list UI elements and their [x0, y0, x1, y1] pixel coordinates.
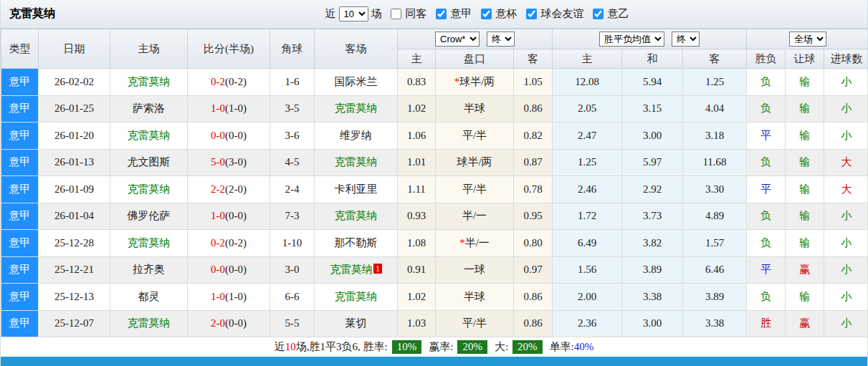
league-checkbox-serie-b[interactable] — [593, 9, 604, 19]
away-team-cell: 那不勒斯 — [315, 230, 398, 257]
home-team-cell: 佛罗伦萨 — [110, 203, 188, 230]
score-cell: 0-0(0-0) — [188, 122, 270, 150]
avg-odds-away: 1.25 — [683, 69, 747, 96]
goals-result: 小 — [824, 203, 868, 230]
league-checkbox-italy-cup[interactable] — [481, 9, 492, 19]
home-team-cell: 萨索洛 — [110, 95, 188, 122]
goals-result: 小 — [824, 230, 868, 257]
match-count-select[interactable]: 10 — [339, 6, 368, 21]
avg-odds-draw: 3.00 — [622, 310, 683, 337]
handicap-result: 输 — [786, 203, 824, 230]
handicap-odds-home: 0.93 — [398, 203, 436, 230]
bookmaker-time-select[interactable]: 终 — [487, 32, 515, 47]
fulltime-score: 2-2 — [211, 183, 225, 195]
home-team[interactable]: 都灵 — [138, 291, 160, 302]
home-team[interactable]: 拉齐奥 — [133, 264, 165, 275]
handicap-result: 输 — [786, 230, 824, 257]
home-team[interactable]: 克雷莫纳 — [128, 76, 171, 87]
away-team[interactable]: 克雷莫纳 — [335, 291, 378, 302]
home-team-cell: 克雷莫纳 — [110, 122, 188, 150]
halftime-score: (0-0) — [225, 264, 247, 275]
corner-count: 2-4 — [270, 176, 315, 203]
win-draw-loss-result: 平 — [747, 176, 786, 203]
table-row: 意甲 25-12-28 克雷莫纳 0-2(0-2) 1-10 那不勒斯 1.08… — [1, 230, 868, 257]
average-odds-select-group: 胜平负均值 终 — [553, 29, 747, 49]
scope-select[interactable]: 全场 — [789, 32, 826, 47]
home-team[interactable]: 佛罗伦萨 — [128, 210, 171, 221]
same-away-checkbox[interactable] — [391, 9, 401, 19]
home-team[interactable]: 尤文图斯 — [128, 156, 171, 168]
away-team[interactable]: 卡利亚里 — [335, 183, 378, 195]
home-team[interactable]: 克雷莫纳 — [128, 317, 171, 329]
win-draw-loss-result: 负 — [747, 203, 786, 230]
away-team[interactable]: 克雷莫纳 — [335, 210, 378, 221]
goals-result: 小 — [824, 256, 868, 284]
win-draw-loss-result: 负 — [747, 95, 786, 122]
handicap-line: 一球 — [436, 256, 514, 284]
near-label: 近 — [325, 7, 336, 21]
handicap-text: 平/半 — [462, 183, 487, 195]
league-type-cell: 意甲 — [1, 122, 39, 150]
league-type-cell: 意甲 — [1, 95, 39, 122]
match-date: 26-02-02 — [39, 69, 110, 96]
avg-odds-home: 6.49 — [553, 230, 622, 257]
handicap-rate-label: 赢率: — [429, 340, 453, 354]
home-team[interactable]: 萨索洛 — [133, 102, 165, 114]
handicap-rate-badge: 20% — [457, 340, 487, 354]
score-cell: 2-2(2-0) — [188, 176, 270, 203]
average-time-select[interactable]: 终 — [672, 32, 700, 47]
handicap-odds-home: 1.02 — [398, 284, 436, 311]
handicap-text: 半/一 — [465, 237, 490, 249]
away-team[interactable]: 克雷莫纳 — [335, 156, 378, 168]
home-team[interactable]: 克雷莫纳 — [128, 237, 171, 249]
corner-count: 3-6 — [270, 122, 315, 150]
league-checkbox-club-friendly[interactable] — [526, 9, 537, 19]
fulltime-score: 1-0 — [211, 291, 225, 302]
goals-result: 大 — [824, 176, 868, 203]
avg-odds-away: 6.46 — [683, 256, 747, 284]
league-label-club-friendly: 球会友谊 — [541, 7, 584, 21]
goals-result: 小 — [824, 95, 868, 122]
away-team[interactable]: 那不勒斯 — [335, 237, 378, 249]
home-team-cell: 克雷莫纳 — [110, 176, 188, 203]
win-draw-loss-result: 负 — [747, 69, 786, 96]
league-checkbox-serie-a[interactable] — [436, 9, 447, 19]
away-team-cell: 卡利亚里 — [315, 176, 398, 203]
col-header-score: 比分(半场) — [188, 29, 270, 69]
corner-count: 1-6 — [270, 69, 315, 96]
home-team[interactable]: 克雷莫纳 — [128, 130, 171, 141]
score-cell: 1-0(1-0) — [188, 95, 270, 122]
match-date: 26-01-25 — [39, 95, 110, 122]
avg-odds-away: 1.57 — [683, 230, 747, 257]
away-team[interactable]: 克雷莫纳 — [330, 264, 373, 275]
away-team[interactable]: 国际米兰 — [335, 76, 378, 87]
avg-odds-draw: 2.92 — [622, 176, 683, 203]
handicap-result: 赢 — [786, 310, 824, 337]
bookmaker-select[interactable]: Crow* — [435, 32, 480, 47]
avg-odds-home: 2.47 — [553, 122, 622, 150]
fulltime-score: 5-0 — [211, 156, 225, 168]
home-team[interactable]: 克雷莫纳 — [128, 183, 171, 195]
table-row: 意甲 26-02-02 克雷莫纳 0-2(0-2) 1-6 国际米兰 0.83 … — [1, 69, 868, 96]
win-draw-loss-result: 平 — [747, 122, 786, 150]
score-cell: 5-0(3-0) — [188, 149, 270, 176]
away-team-cell: 克雷莫纳 — [315, 95, 398, 122]
match-table: 类型 日期 主场 比分(半场) 角球 客场 Crow* 终 胜平负均值 终 — [1, 29, 868, 337]
avg-odds-away: 3.89 — [683, 284, 747, 311]
top-bar: 克雷莫纳 近 10 场 同客 意甲 意杯 球会友谊 意乙 — [1, 0, 867, 29]
away-team-cell: 克雷莫纳 — [315, 149, 398, 176]
win-rate-badge: 10% — [392, 340, 422, 354]
home-team-cell: 克雷莫纳 — [110, 69, 188, 96]
average-odds-select[interactable]: 胜平负均值 — [599, 32, 664, 47]
away-team[interactable]: 莱切 — [345, 317, 367, 329]
match-history-panel: 克雷莫纳 近 10 场 同客 意甲 意杯 球会友谊 意乙 类型 — [0, 0, 868, 366]
away-team[interactable]: 克雷莫纳 — [335, 102, 378, 114]
handicap-text: 半球 — [464, 291, 485, 302]
halftime-score: (0-2) — [225, 76, 247, 87]
single-rate-value: 40% — [574, 341, 594, 353]
away-team[interactable]: 维罗纳 — [340, 130, 372, 141]
bottom-blue-bar — [1, 357, 867, 366]
table-row: 意甲 26-01-25 萨索洛 1-0(1-0) 3-5 克雷莫纳 1.02 半… — [1, 95, 868, 122]
fulltime-score: 0-0 — [211, 264, 225, 275]
handicap-odds-away: 0.80 — [514, 230, 553, 257]
